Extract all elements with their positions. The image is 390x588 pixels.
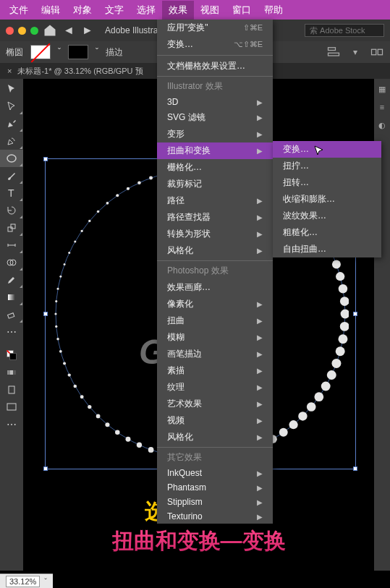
- ps-effect-5[interactable]: 素描▶: [157, 362, 273, 379]
- menu-last-effect[interactable]: 变换…⌥⇧⌘E: [157, 36, 273, 53]
- svg-text:T: T: [8, 187, 14, 199]
- fill-swatch[interactable]: [30, 45, 51, 59]
- more-tools[interactable]: ⋯: [0, 323, 23, 341]
- close-window-button[interactable]: [6, 27, 14, 35]
- other-effect-2[interactable]: Stipplism▶: [157, 495, 273, 509]
- ai-effect-5[interactable]: 裁剪标记: [157, 176, 273, 192]
- menu-object[interactable]: 对象: [67, 1, 98, 20]
- svg-point-72: [56, 338, 59, 341]
- shape-builder-tool[interactable]: [0, 254, 23, 271]
- svg-point-62: [126, 437, 131, 442]
- ps-effect-1[interactable]: 像素化▶: [157, 296, 273, 312]
- rotate-tool[interactable]: [0, 202, 23, 219]
- close-tab-icon[interactable]: ×: [7, 67, 12, 75]
- ps-effect-3[interactable]: 模糊▶: [157, 329, 273, 346]
- handle-br[interactable]: [353, 466, 357, 471]
- ai-effect-8[interactable]: 转换为形状▶: [157, 226, 273, 242]
- other-effect-1[interactable]: Phantasm▶: [157, 480, 273, 495]
- ai-effect-4[interactable]: 栅格化…: [157, 159, 273, 176]
- type-tool[interactable]: T: [0, 184, 23, 202]
- eyedropper-tool[interactable]: [0, 271, 23, 289]
- svg-point-71: [59, 350, 62, 353]
- menu-select[interactable]: 选择: [130, 1, 162, 20]
- ai-effect-0[interactable]: 3D▶: [157, 95, 273, 109]
- nav-back-icon[interactable]: ◄: [62, 23, 76, 38]
- direct-selection-tool[interactable]: [0, 98, 23, 115]
- submenu-item-6[interactable]: 自由扭曲…: [273, 241, 381, 257]
- other-effect-0[interactable]: InkQuest▶: [157, 466, 273, 480]
- menu-file[interactable]: 文件: [3, 1, 35, 20]
- ellipse-tool[interactable]: [0, 150, 23, 167]
- ps-effect-0[interactable]: 效果画廊…: [157, 279, 273, 296]
- paintbrush-tool[interactable]: [0, 167, 23, 184]
- search-input[interactable]: [305, 24, 384, 37]
- submenu-item-1[interactable]: 扭拧…: [273, 158, 381, 174]
- ps-effect-8[interactable]: 视频▶: [157, 412, 273, 429]
- svg-point-88: [149, 176, 153, 180]
- gradient-tool[interactable]: [0, 289, 23, 306]
- panel-properties-icon[interactable]: ▦: [374, 81, 390, 97]
- handle-bl[interactable]: [43, 466, 48, 471]
- zoom-dropdown-icon[interactable]: ˇ: [44, 577, 47, 586]
- ps-effect-7[interactable]: 艺术效果▶: [157, 396, 273, 412]
- ai-effect-9[interactable]: 风格化▶: [157, 242, 273, 259]
- screen-mode[interactable]: [0, 399, 23, 416]
- svg-point-79: [68, 252, 70, 254]
- menu-help[interactable]: 帮助: [258, 1, 289, 20]
- ai-effect-7[interactable]: 路径查找器▶: [157, 209, 273, 226]
- selection-tool[interactable]: [0, 80, 23, 98]
- ps-effect-4[interactable]: 画笔描边▶: [157, 346, 273, 362]
- submenu-item-0[interactable]: 变换…: [273, 141, 381, 158]
- svg-point-77: [59, 276, 62, 278]
- ai-effect-2[interactable]: 变形▶: [157, 126, 273, 142]
- ai-effect-1[interactable]: SVG 滤镜▶: [157, 109, 273, 126]
- menu-view[interactable]: 视图: [194, 1, 226, 20]
- curvature-tool[interactable]: [0, 132, 23, 150]
- zoom-window-button[interactable]: [30, 27, 38, 35]
- menu-window[interactable]: 窗口: [226, 1, 258, 20]
- handle-ml[interactable]: [43, 312, 48, 316]
- fill-stroke-swap[interactable]: [0, 346, 23, 364]
- zoom-level[interactable]: 33.12%: [6, 576, 40, 587]
- toolbar: T ⋯ ⋯: [0, 79, 23, 571]
- svg-point-70: [63, 362, 66, 365]
- effects-menu: 应用"变换"⇧⌘E 变换…⌥⇧⌘E 文档栅格效果设置… Illustrator …: [157, 20, 273, 524]
- draw-mode[interactable]: [0, 381, 23, 399]
- nav-fwd-icon[interactable]: ►: [80, 23, 95, 38]
- eraser-tool[interactable]: [0, 306, 23, 323]
- fill-dropdown[interactable]: ˇ: [58, 47, 61, 57]
- ps-effect-9[interactable]: 风格化▶: [157, 429, 273, 446]
- submenu-item-3[interactable]: 收缩和膨胀…: [273, 191, 381, 208]
- menu-apply-last[interactable]: 应用"变换"⇧⌘E: [157, 20, 273, 36]
- panel-layers-icon[interactable]: ≡: [374, 99, 390, 115]
- statusbar: 33.12% ˇ: [0, 574, 53, 588]
- submenu-item-5[interactable]: 粗糙化…: [273, 224, 381, 241]
- edit-toolbar[interactable]: ⋯: [0, 416, 23, 433]
- color-mode[interactable]: [0, 364, 23, 381]
- menu-edit[interactable]: 编辑: [35, 1, 67, 20]
- transform-icon[interactable]: [370, 46, 384, 59]
- minimize-window-button[interactable]: [18, 27, 26, 35]
- scale-tool[interactable]: [0, 219, 23, 237]
- other-effect-3[interactable]: Texturino▶: [157, 509, 273, 524]
- svg-point-46: [307, 402, 316, 412]
- panel-color-icon[interactable]: ◐: [374, 117, 390, 133]
- stroke-swatch[interactable]: [68, 45, 88, 59]
- menu-raster-settings[interactable]: 文档栅格效果设置…: [157, 58, 273, 74]
- ps-effect-6[interactable]: 纹理▶: [157, 379, 273, 396]
- ai-effect-3[interactable]: 扭曲和变换▶: [157, 142, 273, 159]
- width-tool[interactable]: [0, 237, 23, 254]
- handle-tl[interactable]: [43, 157, 48, 161]
- menu-type[interactable]: 文字: [98, 1, 130, 20]
- submenu-item-2[interactable]: 扭转…: [273, 174, 381, 191]
- ai-effect-6[interactable]: 路径▶: [157, 192, 273, 209]
- stroke-dropdown[interactable]: ˇ: [96, 47, 98, 57]
- submenu-item-4[interactable]: 波纹效果…: [273, 208, 381, 224]
- home-icon[interactable]: [43, 23, 57, 38]
- menu-effect[interactable]: 效果: [162, 1, 194, 20]
- align-left-icon[interactable]: [326, 46, 341, 59]
- align-dropdown[interactable]: ▾: [348, 46, 363, 59]
- ps-effect-2[interactable]: 扭曲▶: [157, 312, 273, 329]
- pen-tool[interactable]: [0, 115, 23, 132]
- handle-mr[interactable]: [353, 312, 357, 316]
